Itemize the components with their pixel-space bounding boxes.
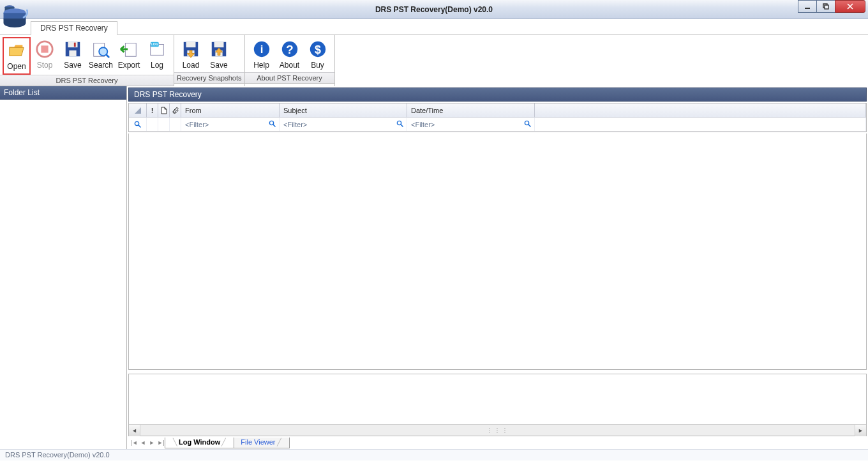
filter-subject[interactable]: <Filter> — [280, 118, 407, 131]
filter-importance[interactable] — [147, 118, 158, 131]
search-icon — [91, 40, 110, 59]
nav-next-icon[interactable]: ► — [147, 439, 156, 446]
log-panel: ◄ ⋮⋮⋮ ► — [128, 374, 867, 436]
attachment-header[interactable] — [170, 103, 181, 117]
nav-first-icon[interactable]: |◄ — [130, 439, 138, 446]
scroll-left-button[interactable]: ◄ — [129, 425, 140, 436]
tab-file-viewer[interactable]: File Viewer╱ — [234, 438, 289, 448]
svg-rect-6 — [41, 45, 48, 52]
tab-row: DRS PST Recovery — [0, 19, 868, 34]
tab-log-window[interactable]: ╲Log Window╱ — [165, 438, 234, 448]
svg-rect-8 — [68, 42, 78, 47]
sheet-nav[interactable]: |◄ ◄ ► ►| — [130, 439, 165, 446]
content-area: DRS PST Recovery ! From Subject Date/Tim… — [127, 86, 868, 449]
svg-point-30 — [269, 121, 273, 125]
save-button[interactable]: Save — [59, 37, 87, 75]
column-date[interactable]: Date/Time — [407, 103, 535, 117]
row-indicator-header[interactable] — [129, 103, 147, 117]
column-subject[interactable]: Subject — [280, 103, 407, 117]
statusbar-text: DRS PST Recovery(Demo) v20.0 — [5, 451, 110, 459]
nav-last-icon[interactable]: ►| — [156, 439, 165, 446]
filter-subject-placeholder: <Filter> — [283, 121, 307, 128]
svg-rect-3 — [825, 5, 828, 9]
scroll-right-button[interactable]: ► — [855, 425, 866, 436]
save-label: Save — [64, 61, 81, 70]
svg-rect-10 — [74, 43, 76, 47]
main-tab[interactable]: DRS PST Recovery — [31, 21, 117, 35]
window-controls — [798, 0, 865, 13]
snap-load-icon — [181, 40, 200, 59]
grid-filter-row: <Filter> <Filter> <Filter> — [129, 118, 866, 132]
stop-label: Stop — [37, 61, 53, 70]
filter-from-placeholder: <Filter> — [185, 121, 209, 128]
main-area: Folder List DRS PST Recovery ! From Subj… — [0, 86, 868, 449]
open-label: Open — [7, 62, 26, 71]
svg-rect-9 — [69, 50, 76, 56]
folder-list-panel: Folder List — [0, 86, 127, 449]
filter-spacer — [535, 118, 866, 131]
svg-rect-18 — [186, 42, 196, 47]
filter-type[interactable] — [158, 118, 170, 131]
nav-prev-icon[interactable]: ◄ — [138, 439, 147, 446]
export-label: Export — [118, 61, 140, 70]
folder-list-header: Folder List — [0, 86, 126, 100]
ribbon-group: iHelp?About$BuyAbout PST Recovery — [245, 35, 335, 86]
scroll-grip: ⋮⋮⋮ — [486, 427, 509, 434]
filter-from[interactable]: <Filter> — [181, 118, 280, 131]
importance-header[interactable]: ! — [147, 103, 158, 117]
snap-load-label: Load — [183, 61, 200, 70]
svg-point-29 — [135, 121, 138, 125]
close-button[interactable] — [835, 0, 865, 13]
tab-file-viewer-label: File Viewer — [241, 438, 275, 446]
ribbon: OpenStopSaveSearchExportLOGLogDRS PST Re… — [0, 34, 868, 86]
search-label: Search — [89, 61, 113, 70]
svg-rect-1 — [805, 8, 810, 9]
stop-icon — [35, 40, 54, 59]
log-icon: LOG — [147, 40, 167, 59]
svg-text:LOG: LOG — [151, 42, 159, 46]
snap-save-button[interactable]: Save — [205, 37, 233, 72]
column-from[interactable]: From — [181, 103, 280, 117]
buy-button[interactable]: $Buy — [304, 37, 332, 72]
ribbon-group-label: About PST Recovery — [245, 72, 334, 84]
ribbon-group: LoadSaveRecovery Snapshots — [174, 35, 245, 86]
grid-body — [128, 133, 867, 370]
about-icon: ? — [280, 40, 299, 59]
svg-point-32 — [525, 121, 528, 125]
search-icon — [524, 120, 532, 128]
filter-date[interactable]: <Filter> — [407, 118, 535, 131]
svg-text:i: i — [260, 43, 263, 56]
filter-attachment[interactable] — [170, 118, 181, 131]
export-button[interactable]: Export — [115, 37, 143, 75]
open-button[interactable]: Open — [3, 37, 31, 75]
open-icon — [7, 41, 26, 60]
svg-text:$: $ — [315, 43, 321, 56]
svg-point-12 — [99, 47, 107, 56]
snap-load-button[interactable]: Load — [177, 37, 205, 72]
filter-row-indicator[interactable] — [129, 118, 147, 131]
about-button[interactable]: ?About — [276, 37, 304, 72]
search-icon — [134, 121, 142, 128]
snap-save-label: Save — [210, 61, 227, 70]
snap-save-icon — [209, 40, 228, 59]
page-icon — [160, 107, 168, 114]
message-type-header[interactable] — [158, 103, 170, 117]
save-icon — [63, 40, 82, 59]
bottom-tab-strip: |◄ ◄ ► ►| ╲Log Window╱ File Viewer╱ — [128, 436, 867, 449]
statusbar: DRS PST Recovery(Demo) v20.0 — [0, 449, 868, 461]
help-button[interactable]: iHelp — [248, 37, 276, 72]
search-button[interactable]: Search — [87, 37, 115, 75]
maximize-button[interactable] — [816, 0, 835, 13]
log-button[interactable]: LOGLog — [143, 37, 171, 75]
log-label: Log — [151, 61, 163, 70]
tab-log-window-label: Log Window — [179, 438, 220, 446]
help-icon: i — [252, 40, 271, 59]
column-spacer — [535, 103, 866, 117]
grid-header: ! From Subject Date/Time — [129, 103, 866, 118]
minimize-button[interactable] — [798, 0, 817, 13]
horizontal-scrollbar[interactable]: ◄ ⋮⋮⋮ ► — [129, 424, 866, 436]
buy-label: Buy — [311, 61, 324, 70]
about-label: About — [280, 61, 299, 70]
ribbon-group-label: DRS PST Recovery — [0, 75, 174, 86]
ribbon-group: OpenStopSaveSearchExportLOGLogDRS PST Re… — [0, 35, 174, 86]
